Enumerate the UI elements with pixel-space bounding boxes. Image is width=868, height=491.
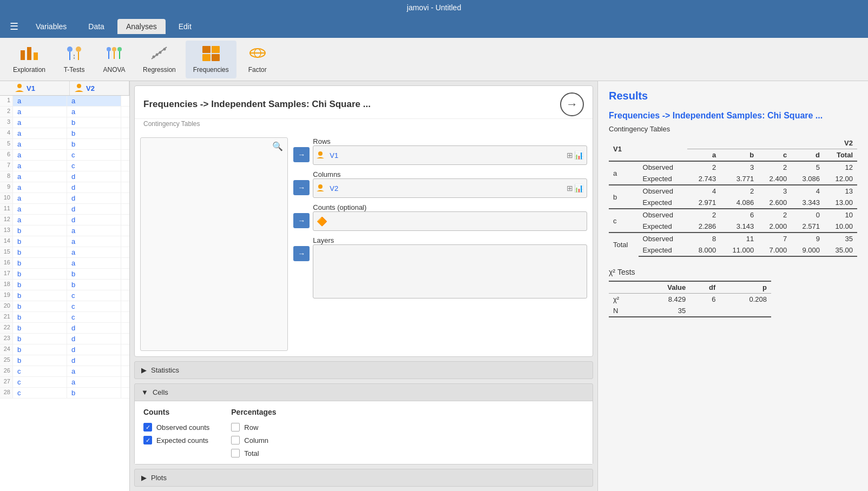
toolbar-anova[interactable]: ANOVA	[95, 41, 133, 78]
table-row[interactable]: 27 c a	[0, 377, 129, 388]
plots-label: Plots	[151, 474, 167, 482]
search-icon[interactable]: 🔍	[272, 141, 283, 151]
col-header-v1[interactable]: V1	[10, 81, 70, 95]
tab-edit[interactable]: Edit	[170, 19, 200, 34]
eraser-icon: 🔶	[317, 216, 327, 227]
observed-counts-checkbox[interactable]	[143, 423, 152, 432]
table-row[interactable]: 18 b b	[0, 280, 129, 290]
columns-arrow-button[interactable]: →	[293, 180, 310, 195]
table-row[interactable]: 20 b c	[0, 301, 129, 312]
counts-column: Counts Observed counts Expected counts	[143, 408, 209, 457]
svg-rect-20	[212, 46, 220, 53]
cells-label: Cells	[153, 388, 168, 396]
col-header-v2[interactable]: V2	[70, 81, 129, 95]
v2-header: V2	[687, 137, 857, 149]
counts-label: Counts (optional)	[313, 203, 587, 211]
plots-accordion: ▶ Plots	[134, 469, 593, 487]
toolbar-exploration[interactable]: Exploration	[5, 41, 53, 78]
rows-var-chip: V1	[317, 151, 563, 160]
observed-counts-row: Observed counts	[143, 423, 209, 432]
center-panel: Frequencies -> Independent Samples: Chi …	[130, 81, 597, 491]
table-row[interactable]: 26 c a	[0, 366, 129, 377]
toolbar-regression[interactable]: Regression	[135, 41, 183, 78]
toolbar-factor[interactable]: Factor	[239, 41, 277, 78]
counts-arrow-button[interactable]: →	[293, 213, 310, 228]
table-row[interactable]: 25 b d	[0, 355, 129, 366]
table-row[interactable]: 10 a d	[0, 193, 129, 204]
columns-icon1[interactable]: ⊞	[567, 184, 573, 193]
percentages-col-title: Percentages	[231, 408, 276, 416]
svg-point-4	[76, 47, 81, 52]
svg-point-29	[318, 184, 323, 189]
table-row[interactable]: 4 a b	[0, 128, 129, 139]
hamburger-menu[interactable]: ☰	[5, 18, 23, 35]
column-pct-checkbox[interactable]	[231, 436, 240, 444]
table-row[interactable]: 24 b d	[0, 344, 129, 355]
tab-variables[interactable]: Variables	[27, 19, 75, 34]
tab-data[interactable]: Data	[80, 19, 113, 34]
tab-analyses[interactable]: Analyses	[117, 19, 166, 34]
table-row[interactable]: 16 b a	[0, 258, 129, 269]
table-row[interactable]: 21 b c	[0, 312, 129, 323]
exploration-icon	[19, 45, 39, 65]
svg-point-18	[163, 48, 166, 51]
rows-target-box[interactable]: V1 ⊞ 📊	[313, 145, 587, 165]
total-pct-checkbox[interactable]	[231, 449, 240, 457]
table-row[interactable]: 5 a b	[0, 139, 129, 150]
svg-point-17	[159, 51, 162, 54]
title-bar: jamovi - Untitled	[0, 0, 868, 15]
column-pct-label: Column	[244, 436, 268, 444]
table-row[interactable]: 14 b a	[0, 236, 129, 247]
table-row[interactable]: 8 a d	[0, 171, 129, 182]
toolbar-frequencies[interactable]: Frequencies	[186, 41, 236, 78]
table-row[interactable]: 12 a d	[0, 215, 129, 225]
expected-counts-label: Expected counts	[156, 436, 208, 444]
cells-chevron: ▼	[141, 388, 148, 396]
rows-icon1[interactable]: ⊞	[567, 151, 573, 160]
col-v2-label: V2	[86, 84, 95, 92]
menu-bar: ☰ Variables Data Analyses Edit	[0, 15, 868, 38]
columns-target-box[interactable]: V2 ⊞ 📊	[313, 178, 587, 198]
table-row: Expected 2.971 4.086 2.600 3.343 13.00	[609, 197, 857, 209]
table-row[interactable]: 3 a b	[0, 117, 129, 128]
table-row[interactable]: 6 a c	[0, 150, 129, 161]
table-row[interactable]: 2 a a	[0, 107, 129, 117]
svg-point-10	[117, 47, 122, 51]
table-row[interactable]: 23 b d	[0, 334, 129, 344]
columns-icon2[interactable]: 📊	[574, 184, 583, 193]
table-row[interactable]: 22 b d	[0, 323, 129, 334]
analysis-subtitle: Contingency Tables	[135, 119, 593, 132]
analysis-body: 🔍 → Rows	[135, 132, 593, 356]
table-row[interactable]: 11 a d	[0, 204, 129, 215]
columns-label: Columns	[313, 170, 587, 178]
table-row[interactable]: 17 b b	[0, 269, 129, 280]
regression-label: Regression	[143, 66, 176, 74]
v1-header: V1	[609, 137, 639, 161]
go-button[interactable]: →	[560, 92, 584, 116]
table-row[interactable]: 9 a d	[0, 182, 129, 193]
counts-target-box[interactable]: 🔶	[313, 211, 587, 231]
v1-person-icon	[15, 83, 24, 93]
table-row[interactable]: 7 a c	[0, 161, 129, 171]
table-row[interactable]: 13 b a	[0, 225, 129, 236]
table-row[interactable]: 19 b c	[0, 290, 129, 301]
layers-target-box[interactable]	[313, 244, 587, 298]
variable-list-box[interactable]: 🔍	[140, 137, 288, 351]
table-row[interactable]: 28 c b	[0, 388, 129, 399]
table-row[interactable]: 1 a a	[0, 96, 129, 107]
toolbar-ttests[interactable]: T-Tests	[55, 41, 93, 78]
row-pct-checkbox[interactable]	[231, 423, 240, 432]
spreadsheet-body[interactable]: 1 a a 2 a a 3 a b 4 a b 5 a b	[0, 96, 129, 491]
statistics-accordion-header[interactable]: ▶ Statistics	[135, 362, 593, 379]
rows-var-name: V1	[330, 151, 338, 160]
rows-icon2[interactable]: 📊	[574, 151, 583, 160]
layers-arrow-button[interactable]: →	[293, 246, 310, 261]
cells-accordion-header[interactable]: ▼ Cells	[135, 384, 593, 401]
table-row[interactable]: 15 b a	[0, 247, 129, 258]
rows-arrow-button[interactable]: →	[293, 147, 310, 162]
plots-accordion-header[interactable]: ▶ Plots	[135, 469, 593, 486]
expected-counts-checkbox[interactable]	[143, 436, 152, 444]
columns-var-chip: V2	[317, 184, 563, 193]
svg-rect-22	[212, 54, 220, 61]
percentages-column: Percentages Row Column Total	[231, 408, 276, 457]
